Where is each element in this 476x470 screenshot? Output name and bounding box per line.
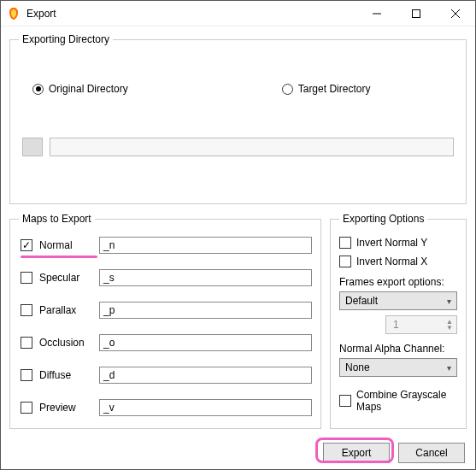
radio-icon xyxy=(32,84,44,95)
maps-legend: Maps to Export xyxy=(19,213,95,225)
directory-path-field[interactable] xyxy=(50,138,454,156)
diffuse-checkbox[interactable] xyxy=(21,369,32,381)
content-area: Exporting Directory Original Directory T… xyxy=(1,26,475,438)
alpha-channel-label: Normal Alpha Channel: xyxy=(339,343,457,355)
frames-export-label: Frames export options: xyxy=(339,276,457,288)
minimize-button[interactable] xyxy=(357,1,397,26)
original-directory-label: Original Directory xyxy=(49,83,128,95)
invert-normal-x-row: Invert Normal X xyxy=(339,256,457,267)
chevron-down-icon: ▾ xyxy=(447,363,451,373)
invert-normal-y-checkbox[interactable] xyxy=(339,237,351,249)
frames-export-value: Default xyxy=(345,295,378,307)
cancel-button[interactable]: Cancel xyxy=(398,443,465,463)
map-row-diffuse: Diffuse _d xyxy=(21,367,312,384)
map-row-preview: Preview _v xyxy=(21,399,312,416)
map-row-normal: Normal _n xyxy=(21,237,312,254)
parallax-suffix-input[interactable]: _p xyxy=(99,302,312,319)
maximize-button[interactable] xyxy=(397,1,436,26)
alpha-channel-select[interactable]: None ▾ xyxy=(339,358,457,377)
target-directory-label: Target Directory xyxy=(298,83,371,95)
window-title: Export xyxy=(26,8,56,20)
diffuse-suffix-input[interactable]: _d xyxy=(99,367,312,384)
export-button[interactable]: Export xyxy=(323,443,390,463)
spinner-arrows-icon: ▲▼ xyxy=(446,319,453,331)
frames-count-spinner[interactable]: 1 ▲▼ xyxy=(385,315,457,334)
exporting-directory-group: Exporting Directory Original Directory T… xyxy=(9,33,467,204)
alpha-channel-value: None xyxy=(345,361,370,373)
radio-icon xyxy=(282,84,293,95)
preview-suffix-input[interactable]: _v xyxy=(99,399,312,416)
annotation-underline xyxy=(21,256,97,258)
target-directory-radio[interactable]: Target Directory xyxy=(282,83,371,95)
preview-checkbox[interactable] xyxy=(21,402,32,414)
original-directory-radio[interactable]: Original Directory xyxy=(32,83,128,95)
combine-grayscale-row: Combine Grayscale Maps xyxy=(339,389,457,413)
export-window: Export Exporting Directory Original Dire… xyxy=(0,0,476,470)
frames-count-value: 1 xyxy=(393,319,399,331)
footer: Export Cancel xyxy=(1,438,475,470)
specular-label: Specular xyxy=(39,272,92,284)
maps-to-export-group: Maps to Export Normal _n Specular _s Par… xyxy=(9,213,321,429)
options-legend: Exporting Options xyxy=(339,213,427,225)
invert-normal-x-checkbox[interactable] xyxy=(339,256,351,267)
normal-checkbox[interactable] xyxy=(21,239,32,251)
combine-grayscale-label: Combine Grayscale Maps xyxy=(356,389,457,413)
close-button[interactable] xyxy=(436,1,475,26)
occlusion-suffix-input[interactable]: _o xyxy=(99,334,312,351)
map-row-parallax: Parallax _p xyxy=(21,302,312,319)
frames-export-select[interactable]: Default ▾ xyxy=(339,291,457,310)
specular-checkbox[interactable] xyxy=(21,272,32,284)
invert-normal-y-label: Invert Normal Y xyxy=(356,237,427,249)
map-row-specular: Specular _s xyxy=(21,269,312,286)
invert-normal-x-label: Invert Normal X xyxy=(356,256,427,267)
svg-rect-1 xyxy=(413,9,420,17)
occlusion-label: Occlusion xyxy=(39,337,92,349)
parallax-checkbox[interactable] xyxy=(21,304,32,316)
exporting-options-group: Exporting Options Invert Normal Y Invert… xyxy=(330,213,467,429)
combine-grayscale-checkbox[interactable] xyxy=(339,395,351,407)
invert-normal-y-row: Invert Normal Y xyxy=(339,237,457,249)
diffuse-label: Diffuse xyxy=(39,369,92,381)
normal-suffix-input[interactable]: _n xyxy=(99,237,312,254)
browse-directory-button[interactable] xyxy=(22,138,43,156)
occlusion-checkbox[interactable] xyxy=(21,337,32,349)
parallax-label: Parallax xyxy=(39,304,92,316)
exporting-directory-legend: Exporting Directory xyxy=(19,33,113,45)
preview-label: Preview xyxy=(39,402,92,414)
app-icon xyxy=(7,7,21,21)
normal-label: Normal xyxy=(39,239,92,251)
chevron-down-icon: ▾ xyxy=(447,297,451,306)
titlebar: Export xyxy=(1,1,475,26)
specular-suffix-input[interactable]: _s xyxy=(99,269,312,286)
map-row-occlusion: Occlusion _o xyxy=(21,334,312,351)
